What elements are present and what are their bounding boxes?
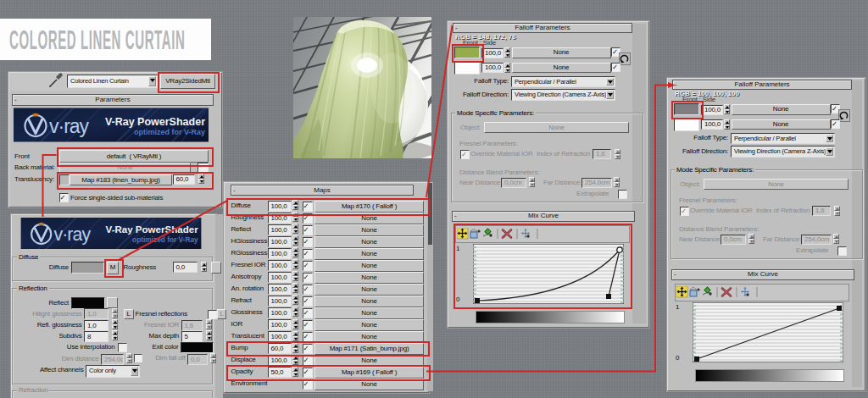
svg-text:optimized for V-Ray: optimized for V-Ray [134, 128, 205, 136]
svg-text:V-Ray PowerShader: V-Ray PowerShader [105, 116, 205, 128]
svg-text:v·ray: v·ray [49, 115, 90, 137]
svg-text:V-Ray PowerShader: V-Ray PowerShader [106, 225, 199, 235]
svg-text:optimized for V-Ray: optimized for V-Ray [132, 235, 198, 244]
svg-text:v·ray: v·ray [53, 224, 91, 245]
